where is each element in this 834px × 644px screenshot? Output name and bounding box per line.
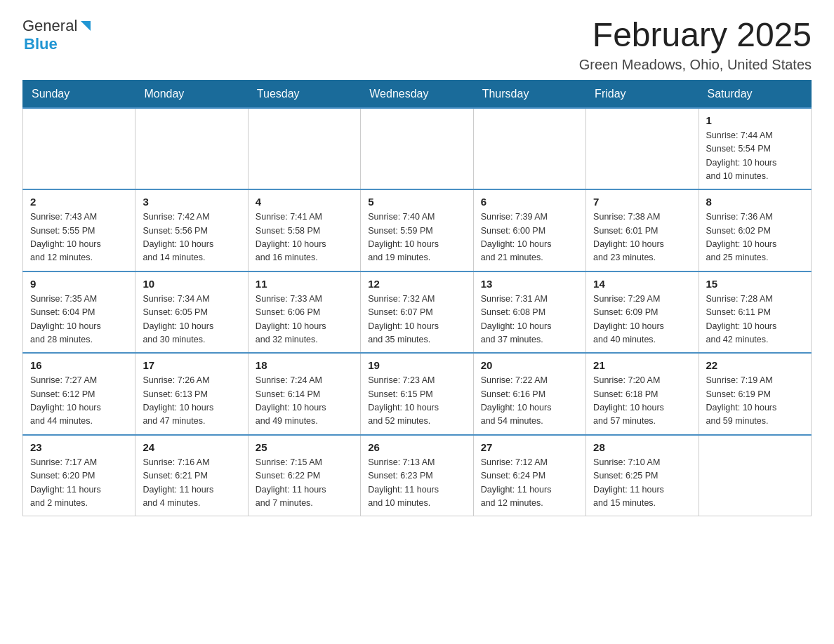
day-info: Sunrise: 7:32 AMSunset: 6:07 PMDaylight:…: [368, 293, 465, 347]
day-number: 15: [706, 278, 804, 290]
col-tuesday: Tuesday: [248, 80, 360, 108]
day-number: 7: [593, 196, 691, 208]
calendar-cell: [473, 108, 585, 190]
day-info: Sunrise: 7:20 AMSunset: 6:18 PMDaylight:…: [593, 374, 691, 429]
calendar-cell: 5Sunrise: 7:40 AMSunset: 5:59 PMDaylight…: [361, 189, 473, 271]
logo-image: General: [22, 17, 94, 35]
day-number: 26: [368, 441, 465, 453]
day-number: 20: [481, 359, 578, 371]
calendar-cell: 16Sunrise: 7:27 AMSunset: 6:12 PMDayligh…: [23, 353, 135, 435]
calendar-cell: 28Sunrise: 7:10 AMSunset: 6:25 PMDayligh…: [586, 435, 699, 516]
day-number: 25: [256, 441, 353, 453]
col-monday: Monday: [135, 80, 248, 108]
day-info: Sunrise: 7:15 AMSunset: 6:22 PMDaylight:…: [256, 456, 353, 511]
calendar-header-row: Sunday Monday Tuesday Wednesday Thursday…: [23, 80, 812, 108]
calendar-week-row: 9Sunrise: 7:35 AMSunset: 6:04 PMDaylight…: [23, 271, 812, 354]
day-number: 18: [256, 359, 353, 371]
day-number: 3: [143, 196, 240, 208]
day-info: Sunrise: 7:34 AMSunset: 6:05 PMDaylight:…: [143, 293, 240, 347]
day-info: Sunrise: 7:26 AMSunset: 6:13 PMDaylight:…: [143, 374, 240, 429]
day-number: 27: [481, 441, 578, 453]
calendar-cell: 15Sunrise: 7:28 AMSunset: 6:11 PMDayligh…: [699, 271, 811, 354]
calendar-cell: 12Sunrise: 7:32 AMSunset: 6:07 PMDayligh…: [361, 271, 473, 354]
calendar-cell: 14Sunrise: 7:29 AMSunset: 6:09 PMDayligh…: [586, 271, 699, 354]
calendar-cell: 17Sunrise: 7:26 AMSunset: 6:13 PMDayligh…: [135, 353, 248, 435]
calendar-cell: [23, 108, 135, 190]
calendar-cell: [586, 108, 699, 190]
day-info: Sunrise: 7:36 AMSunset: 6:02 PMDaylight:…: [706, 210, 804, 265]
day-info: Sunrise: 7:43 AMSunset: 5:55 PMDaylight:…: [30, 210, 128, 265]
page-title: February 2025: [579, 17, 812, 54]
calendar-cell: 4Sunrise: 7:41 AMSunset: 5:58 PMDaylight…: [248, 189, 360, 271]
calendar-cell: 19Sunrise: 7:23 AMSunset: 6:15 PMDayligh…: [361, 353, 473, 435]
day-number: 9: [30, 278, 128, 290]
day-info: Sunrise: 7:12 AMSunset: 6:24 PMDaylight:…: [481, 456, 578, 511]
calendar-cell: 23Sunrise: 7:17 AMSunset: 6:20 PMDayligh…: [23, 435, 135, 516]
logo: General Blue: [22, 17, 94, 53]
calendar-cell: 21Sunrise: 7:20 AMSunset: 6:18 PMDayligh…: [586, 353, 699, 435]
calendar-cell: 20Sunrise: 7:22 AMSunset: 6:16 PMDayligh…: [473, 353, 585, 435]
day-info: Sunrise: 7:19 AMSunset: 6:19 PMDaylight:…: [706, 374, 804, 429]
day-number: 19: [368, 359, 465, 371]
day-number: 16: [30, 359, 128, 371]
logo-triangle-icon: [78, 18, 93, 34]
calendar-cell: [361, 108, 473, 190]
calendar-cell: 9Sunrise: 7:35 AMSunset: 6:04 PMDaylight…: [23, 271, 135, 354]
col-wednesday: Wednesday: [361, 80, 473, 108]
calendar-cell: 3Sunrise: 7:42 AMSunset: 5:56 PMDaylight…: [135, 189, 248, 271]
day-info: Sunrise: 7:40 AMSunset: 5:59 PMDaylight:…: [368, 210, 465, 265]
day-info: Sunrise: 7:35 AMSunset: 6:04 PMDaylight:…: [30, 293, 128, 347]
calendar-cell: 26Sunrise: 7:13 AMSunset: 6:23 PMDayligh…: [361, 435, 473, 516]
day-number: 21: [593, 359, 691, 371]
day-info: Sunrise: 7:16 AMSunset: 6:21 PMDaylight:…: [143, 456, 240, 511]
logo-blue-text: Blue: [24, 35, 58, 53]
day-info: Sunrise: 7:22 AMSunset: 6:16 PMDaylight:…: [481, 374, 578, 429]
calendar-cell: [699, 435, 811, 516]
day-number: 6: [481, 196, 578, 208]
calendar-cell: 25Sunrise: 7:15 AMSunset: 6:22 PMDayligh…: [248, 435, 360, 516]
logo-general-text: General: [22, 17, 77, 35]
day-info: Sunrise: 7:29 AMSunset: 6:09 PMDaylight:…: [593, 293, 691, 347]
day-number: 28: [593, 441, 691, 453]
day-number: 12: [368, 278, 465, 290]
col-thursday: Thursday: [473, 80, 585, 108]
day-number: 1: [706, 114, 804, 126]
calendar-cell: 6Sunrise: 7:39 AMSunset: 6:00 PMDaylight…: [473, 189, 585, 271]
day-info: Sunrise: 7:39 AMSunset: 6:00 PMDaylight:…: [481, 210, 578, 265]
day-info: Sunrise: 7:38 AMSunset: 6:01 PMDaylight:…: [593, 210, 691, 265]
calendar-cell: [248, 108, 360, 190]
day-info: Sunrise: 7:33 AMSunset: 6:06 PMDaylight:…: [256, 293, 353, 347]
calendar-week-row: 1Sunrise: 7:44 AMSunset: 5:54 PMDaylight…: [23, 108, 812, 190]
calendar-cell: 10Sunrise: 7:34 AMSunset: 6:05 PMDayligh…: [135, 271, 248, 354]
calendar-cell: 2Sunrise: 7:43 AMSunset: 5:55 PMDaylight…: [23, 189, 135, 271]
day-number: 13: [481, 278, 578, 290]
calendar-cell: [135, 108, 248, 190]
day-info: Sunrise: 7:17 AMSunset: 6:20 PMDaylight:…: [30, 456, 128, 511]
page-header: General Blue February 2025 Green Meadows…: [22, 17, 812, 73]
col-sunday: Sunday: [23, 80, 135, 108]
day-info: Sunrise: 7:24 AMSunset: 6:14 PMDaylight:…: [256, 374, 353, 429]
day-number: 11: [256, 278, 353, 290]
day-number: 23: [30, 441, 128, 453]
calendar-week-row: 2Sunrise: 7:43 AMSunset: 5:55 PMDaylight…: [23, 189, 812, 271]
day-number: 10: [143, 278, 240, 290]
day-number: 22: [706, 359, 804, 371]
day-info: Sunrise: 7:13 AMSunset: 6:23 PMDaylight:…: [368, 456, 465, 511]
calendar-cell: 7Sunrise: 7:38 AMSunset: 6:01 PMDaylight…: [586, 189, 699, 271]
calendar-cell: 1Sunrise: 7:44 AMSunset: 5:54 PMDaylight…: [699, 108, 811, 190]
calendar-cell: 13Sunrise: 7:31 AMSunset: 6:08 PMDayligh…: [473, 271, 585, 354]
day-info: Sunrise: 7:28 AMSunset: 6:11 PMDaylight:…: [706, 293, 804, 347]
day-info: Sunrise: 7:27 AMSunset: 6:12 PMDaylight:…: [30, 374, 128, 429]
calendar-table: Sunday Monday Tuesday Wednesday Thursday…: [22, 80, 812, 517]
day-info: Sunrise: 7:23 AMSunset: 6:15 PMDaylight:…: [368, 374, 465, 429]
calendar-cell: 24Sunrise: 7:16 AMSunset: 6:21 PMDayligh…: [135, 435, 248, 516]
calendar-cell: 18Sunrise: 7:24 AMSunset: 6:14 PMDayligh…: [248, 353, 360, 435]
day-number: 17: [143, 359, 240, 371]
calendar-cell: 11Sunrise: 7:33 AMSunset: 6:06 PMDayligh…: [248, 271, 360, 354]
calendar-week-row: 23Sunrise: 7:17 AMSunset: 6:20 PMDayligh…: [23, 435, 812, 516]
page-subtitle: Green Meadows, Ohio, United States: [579, 57, 812, 73]
day-info: Sunrise: 7:44 AMSunset: 5:54 PMDaylight:…: [706, 129, 804, 184]
day-info: Sunrise: 7:10 AMSunset: 6:25 PMDaylight:…: [593, 456, 691, 511]
col-friday: Friday: [586, 80, 699, 108]
calendar-cell: 22Sunrise: 7:19 AMSunset: 6:19 PMDayligh…: [699, 353, 811, 435]
